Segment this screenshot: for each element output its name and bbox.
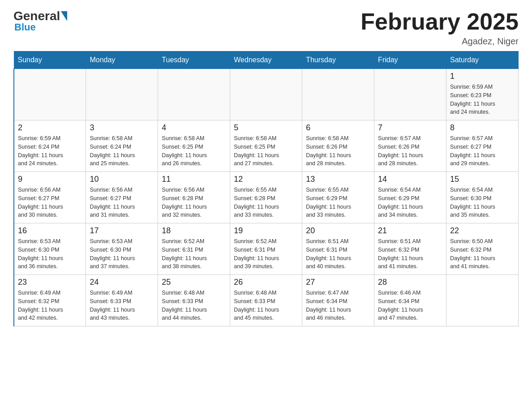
day-info: Sunrise: 6:58 AM Sunset: 6:24 PM Dayligh… (90, 134, 154, 168)
calendar-cell: 23Sunrise: 6:49 AM Sunset: 6:32 PM Dayli… (14, 275, 86, 326)
day-number: 19 (234, 226, 298, 235)
week-row-5: 23Sunrise: 6:49 AM Sunset: 6:32 PM Dayli… (14, 275, 519, 326)
week-row-4: 16Sunrise: 6:53 AM Sunset: 6:30 PM Dayli… (14, 223, 519, 275)
weekday-header-friday: Friday (374, 51, 446, 69)
week-row-3: 9Sunrise: 6:56 AM Sunset: 6:27 PM Daylig… (14, 172, 519, 223)
day-number: 21 (378, 226, 442, 235)
day-info: Sunrise: 6:51 AM Sunset: 6:32 PM Dayligh… (378, 237, 442, 271)
calendar-cell (158, 69, 230, 120)
calendar-cell: 18Sunrise: 6:52 AM Sunset: 6:31 PM Dayli… (158, 223, 230, 275)
calendar-cell (302, 69, 374, 120)
calendar-cell: 26Sunrise: 6:48 AM Sunset: 6:33 PM Dayli… (230, 275, 302, 326)
weekday-header-tuesday: Tuesday (158, 51, 230, 69)
calendar-cell: 5Sunrise: 6:58 AM Sunset: 6:25 PM Daylig… (230, 120, 302, 172)
day-info: Sunrise: 6:48 AM Sunset: 6:33 PM Dayligh… (234, 289, 298, 322)
day-number: 11 (162, 175, 226, 184)
calendar-cell: 9Sunrise: 6:56 AM Sunset: 6:27 PM Daylig… (14, 172, 86, 223)
calendar-cell: 8Sunrise: 6:57 AM Sunset: 6:27 PM Daylig… (446, 120, 519, 172)
day-info: Sunrise: 6:57 AM Sunset: 6:27 PM Dayligh… (450, 134, 515, 168)
day-info: Sunrise: 6:55 AM Sunset: 6:29 PM Dayligh… (306, 186, 370, 219)
calendar-cell (14, 69, 86, 120)
day-info: Sunrise: 6:58 AM Sunset: 6:25 PM Dayligh… (162, 134, 226, 168)
day-number: 9 (18, 175, 82, 184)
calendar-cell: 12Sunrise: 6:55 AM Sunset: 6:28 PM Dayli… (230, 172, 302, 223)
day-info: Sunrise: 6:56 AM Sunset: 6:27 PM Dayligh… (18, 186, 82, 219)
day-number: 23 (18, 278, 82, 287)
day-info: Sunrise: 6:58 AM Sunset: 6:26 PM Dayligh… (306, 134, 370, 168)
calendar-cell (86, 69, 158, 120)
day-number: 25 (162, 278, 226, 287)
calendar-cell: 20Sunrise: 6:51 AM Sunset: 6:31 PM Dayli… (302, 223, 374, 275)
day-info: Sunrise: 6:57 AM Sunset: 6:26 PM Dayligh… (378, 134, 442, 168)
day-number: 4 (162, 123, 226, 133)
day-info: Sunrise: 6:58 AM Sunset: 6:25 PM Dayligh… (234, 134, 298, 168)
calendar-cell: 15Sunrise: 6:54 AM Sunset: 6:30 PM Dayli… (446, 172, 519, 223)
day-info: Sunrise: 6:51 AM Sunset: 6:31 PM Dayligh… (306, 237, 370, 271)
day-info: Sunrise: 6:56 AM Sunset: 6:28 PM Dayligh… (162, 186, 226, 219)
logo: General Blue (13, 9, 68, 33)
calendar-cell: 17Sunrise: 6:53 AM Sunset: 6:30 PM Dayli… (86, 223, 158, 275)
calendar-cell (374, 69, 446, 120)
weekday-header-thursday: Thursday (302, 51, 374, 69)
day-number: 22 (450, 226, 515, 235)
weekday-header-monday: Monday (86, 51, 158, 69)
week-row-1: 1Sunrise: 6:59 AM Sunset: 6:23 PM Daylig… (14, 69, 519, 120)
day-number: 13 (306, 175, 370, 184)
day-info: Sunrise: 6:53 AM Sunset: 6:30 PM Dayligh… (90, 237, 154, 271)
calendar-cell: 22Sunrise: 6:50 AM Sunset: 6:32 PM Dayli… (446, 223, 519, 275)
calendar-cell: 1Sunrise: 6:59 AM Sunset: 6:23 PM Daylig… (446, 69, 519, 120)
calendar-cell: 6Sunrise: 6:58 AM Sunset: 6:26 PM Daylig… (302, 120, 374, 172)
day-info: Sunrise: 6:59 AM Sunset: 6:23 PM Dayligh… (450, 83, 515, 116)
day-number: 16 (18, 226, 82, 235)
weekday-header-row: SundayMondayTuesdayWednesdayThursdayFrid… (14, 51, 519, 69)
calendar-cell (230, 69, 302, 120)
weekday-header-sunday: Sunday (14, 51, 86, 69)
day-info: Sunrise: 6:49 AM Sunset: 6:33 PM Dayligh… (90, 289, 154, 322)
day-number: 20 (306, 226, 370, 235)
day-number: 15 (450, 175, 515, 184)
day-number: 6 (306, 123, 370, 133)
day-info: Sunrise: 6:46 AM Sunset: 6:34 PM Dayligh… (378, 289, 442, 322)
calendar-table: SundayMondayTuesdayWednesdayThursdayFrid… (13, 51, 519, 326)
calendar-cell: 24Sunrise: 6:49 AM Sunset: 6:33 PM Dayli… (86, 275, 158, 326)
day-info: Sunrise: 6:56 AM Sunset: 6:27 PM Dayligh… (90, 186, 154, 219)
calendar-cell: 16Sunrise: 6:53 AM Sunset: 6:30 PM Dayli… (14, 223, 86, 275)
calendar-cell: 25Sunrise: 6:48 AM Sunset: 6:33 PM Dayli… (158, 275, 230, 326)
day-number: 7 (378, 123, 442, 133)
weekday-header-wednesday: Wednesday (230, 51, 302, 69)
calendar-cell: 4Sunrise: 6:58 AM Sunset: 6:25 PM Daylig… (158, 120, 230, 172)
calendar-cell: 2Sunrise: 6:59 AM Sunset: 6:24 PM Daylig… (14, 120, 86, 172)
day-number: 8 (450, 123, 515, 133)
title-block: February 2025 Agadez, Niger (360, 9, 519, 47)
day-info: Sunrise: 6:47 AM Sunset: 6:34 PM Dayligh… (306, 289, 370, 322)
calendar-cell (446, 275, 519, 326)
day-info: Sunrise: 6:52 AM Sunset: 6:31 PM Dayligh… (234, 237, 298, 271)
day-number: 10 (90, 175, 154, 184)
month-title: February 2025 (360, 9, 519, 34)
day-number: 14 (378, 175, 442, 184)
location: Agadez, Niger (360, 36, 519, 47)
day-number: 2 (18, 123, 82, 133)
day-info: Sunrise: 6:54 AM Sunset: 6:30 PM Dayligh… (450, 186, 515, 219)
day-info: Sunrise: 6:50 AM Sunset: 6:32 PM Dayligh… (450, 237, 515, 271)
day-info: Sunrise: 6:53 AM Sunset: 6:30 PM Dayligh… (18, 237, 82, 271)
weekday-header-saturday: Saturday (446, 51, 519, 69)
calendar-cell: 27Sunrise: 6:47 AM Sunset: 6:34 PM Dayli… (302, 275, 374, 326)
calendar-cell: 19Sunrise: 6:52 AM Sunset: 6:31 PM Dayli… (230, 223, 302, 275)
week-row-2: 2Sunrise: 6:59 AM Sunset: 6:24 PM Daylig… (14, 120, 519, 172)
calendar-cell: 28Sunrise: 6:46 AM Sunset: 6:34 PM Dayli… (374, 275, 446, 326)
day-info: Sunrise: 6:49 AM Sunset: 6:32 PM Dayligh… (18, 289, 82, 322)
calendar-cell: 13Sunrise: 6:55 AM Sunset: 6:29 PM Dayli… (302, 172, 374, 223)
day-info: Sunrise: 6:59 AM Sunset: 6:24 PM Dayligh… (18, 134, 82, 168)
day-number: 5 (234, 123, 298, 133)
logo-triangle-icon (61, 11, 67, 21)
calendar-cell: 21Sunrise: 6:51 AM Sunset: 6:32 PM Dayli… (374, 223, 446, 275)
day-number: 27 (306, 278, 370, 287)
day-number: 18 (162, 226, 226, 235)
day-number: 28 (378, 278, 442, 287)
day-number: 1 (450, 72, 515, 81)
calendar-cell: 14Sunrise: 6:54 AM Sunset: 6:29 PM Dayli… (374, 172, 446, 223)
day-info: Sunrise: 6:52 AM Sunset: 6:31 PM Dayligh… (162, 237, 226, 271)
day-number: 26 (234, 278, 298, 287)
day-number: 3 (90, 123, 154, 133)
